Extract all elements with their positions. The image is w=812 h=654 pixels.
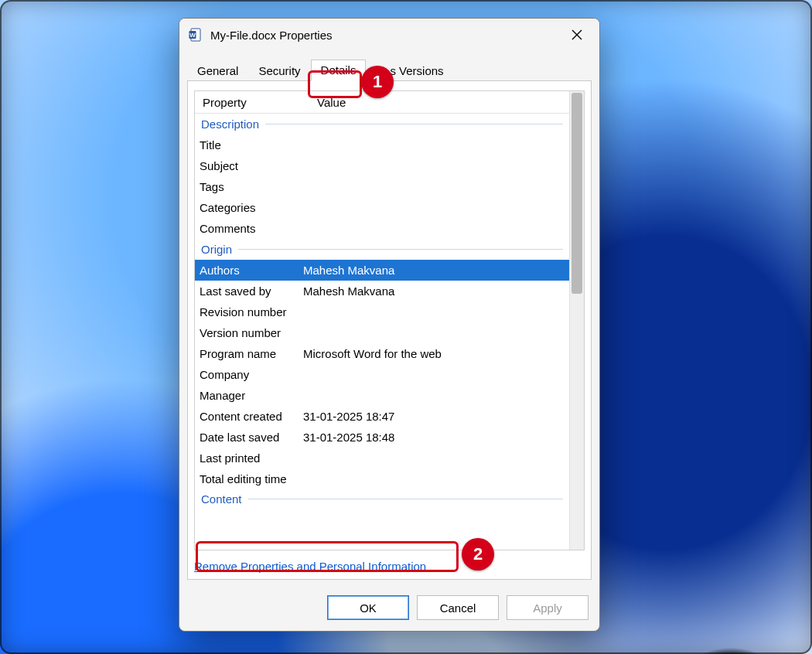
group-origin: Origin [195,239,569,260]
annotation-badge-1: 1 [361,66,394,98]
row-last-saved-by[interactable]: Last saved byMahesh Makvana [195,281,569,301]
row-revision-number[interactable]: Revision number [195,301,569,322]
properties-dialog: W My-File.docx Properties General Securi… [179,18,600,632]
row-subject[interactable]: Subject [195,155,569,176]
group-content: Content [195,489,569,508]
details-listview[interactable]: Property Value Description Title Subject… [194,90,585,550]
vertical-scrollbar[interactable] [569,91,584,550]
window-title: My-File.docx Properties [210,29,333,42]
row-comments[interactable]: Comments [195,218,569,239]
annotation-badge-2: 2 [462,538,494,571]
cancel-button[interactable]: Cancel [417,595,499,620]
tab-details[interactable]: Details [311,60,367,81]
close-button[interactable] [559,22,595,47]
word-doc-icon: W [189,28,203,42]
scrollbar-thumb[interactable] [571,93,582,294]
details-tab-panel: Property Value Description Title Subject… [187,81,592,580]
row-version-number[interactable]: Version number [195,322,569,343]
remove-properties-link[interactable]: Remove Properties and Personal Informati… [194,560,426,573]
close-icon [571,29,582,40]
dialog-button-row: OK Cancel Apply [179,588,599,631]
header-property[interactable]: Property [195,96,309,109]
row-company[interactable]: Company [195,364,569,385]
tab-security[interactable]: Security [248,60,310,81]
row-authors[interactable]: AuthorsMahesh Makvana [195,260,569,281]
tab-general[interactable]: General [187,60,248,81]
remove-properties-link-row: Remove Properties and Personal Informati… [194,560,585,573]
row-content-created[interactable]: Content created31-01-2025 18:47 [195,406,569,427]
row-last-printed[interactable]: Last printed [195,448,569,468]
row-program-name[interactable]: Program nameMicrosoft Word for the web [195,343,569,364]
row-date-last-saved[interactable]: Date last saved31-01-2025 18:48 [195,427,569,448]
row-categories[interactable]: Categories [195,197,569,218]
group-description: Description [195,114,569,135]
apply-button: Apply [507,595,589,620]
row-tags[interactable]: Tags [195,176,569,197]
row-manager[interactable]: Manager [195,385,569,406]
row-title[interactable]: Title [195,135,569,155]
svg-text:W: W [189,32,196,39]
details-rows: Description Title Subject Tags Categorie… [195,114,569,508]
row-total-editing-time[interactable]: Total editing time [195,468,569,489]
ok-button[interactable]: OK [327,595,409,620]
scrollbar-track[interactable] [570,295,584,550]
header-value[interactable]: Value [309,96,569,109]
titlebar: W My-File.docx Properties [179,19,599,51]
